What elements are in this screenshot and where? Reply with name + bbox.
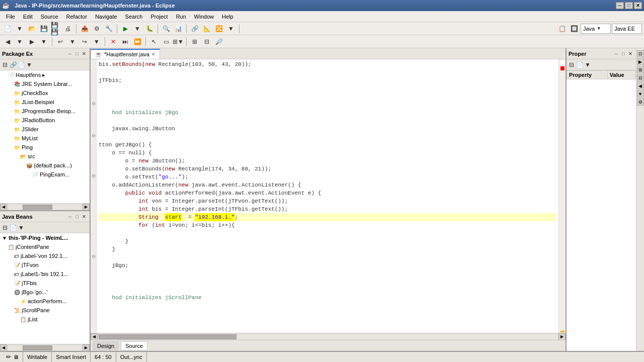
tab-source[interactable]: Source bbox=[121, 341, 147, 350]
zoom-button[interactable]: 🔎 bbox=[213, 36, 224, 47]
toolbar-end1[interactable]: 📋 bbox=[556, 23, 568, 34]
tree-item-jre[interactable]: 📚 JRE System Librar... bbox=[0, 79, 90, 88]
prop-btn3[interactable]: ▼ bbox=[584, 61, 592, 69]
scroll-right[interactable]: ▶ bbox=[83, 204, 90, 211]
pkg-scrollbar[interactable]: ◀ ▶ bbox=[0, 203, 90, 210]
pkg-new[interactable]: 📄 bbox=[17, 61, 25, 69]
run-button[interactable]: ▶ bbox=[120, 23, 131, 34]
pkg-close[interactable]: ✕ bbox=[80, 50, 88, 57]
new-dropdown[interactable]: ▼ bbox=[14, 23, 25, 34]
prop-btn1[interactable]: ⊟ bbox=[568, 61, 576, 69]
toolbar-end2[interactable]: 🔲 bbox=[569, 23, 580, 34]
maximize-button[interactable]: □ bbox=[625, 2, 633, 9]
tree-item-jlist[interactable]: 📁 JList-Beispiel bbox=[0, 98, 90, 107]
side-btn-5[interactable]: ◀ bbox=[637, 82, 644, 89]
scroll-right[interactable]: ▶ bbox=[558, 333, 566, 340]
tool2[interactable]: ⚙ bbox=[91, 23, 102, 34]
save-button[interactable]: 💾 bbox=[38, 23, 49, 34]
beans-root[interactable]: ▼ this-'IP-Ping - WeimL... bbox=[0, 233, 90, 242]
snap-button[interactable]: ⊞ bbox=[189, 36, 200, 47]
beans-jbgo[interactable]: 🔘 jBgo-'go...' bbox=[0, 288, 90, 297]
beans-maximize[interactable]: □ bbox=[73, 213, 80, 220]
step-button[interactable]: ⏭ bbox=[120, 36, 131, 47]
beans-btn2[interactable]: 📄 bbox=[9, 224, 17, 232]
menu-help[interactable]: Help bbox=[218, 13, 237, 21]
beans-actionperform[interactable]: ⚡ actionPerform... bbox=[0, 297, 90, 306]
tool6[interactable]: 🔗 bbox=[189, 23, 200, 34]
pkg-minimize[interactable]: ─ bbox=[66, 50, 73, 57]
side-btn-3[interactable]: ⊞ bbox=[637, 66, 644, 73]
prop-minimize[interactable]: ─ bbox=[613, 50, 620, 57]
close-button[interactable]: ✕ bbox=[634, 2, 642, 9]
prop-close[interactable]: ✕ bbox=[627, 50, 634, 57]
new-button[interactable]: 📄 bbox=[2, 23, 13, 34]
grid-button[interactable]: ⊟ bbox=[201, 36, 212, 47]
menu-search[interactable]: Search bbox=[121, 13, 147, 21]
beans-minimize[interactable]: ─ bbox=[66, 213, 73, 220]
tree-item-jslider[interactable]: 📁 JSlider bbox=[0, 125, 90, 134]
pkg-collapse[interactable]: ⊟ bbox=[1, 61, 9, 69]
beans-scrollpane[interactable]: 📜 jScrollPane bbox=[0, 306, 90, 315]
tool9[interactable]: ▼ bbox=[225, 23, 236, 34]
save-all-button[interactable]: 💾💾 bbox=[50, 23, 61, 34]
pkg-link[interactable]: 🔗 bbox=[9, 61, 17, 69]
scroll-track[interactable] bbox=[99, 334, 557, 339]
select-button[interactable]: ▭ bbox=[160, 36, 172, 47]
tab-close[interactable]: ✕ bbox=[151, 52, 155, 57]
tree-item-ping[interactable]: 📁 Ping bbox=[0, 143, 90, 152]
menu-file[interactable]: File bbox=[2, 13, 19, 21]
beans-btn1[interactable]: ⊟ bbox=[1, 224, 9, 232]
scroll-right[interactable]: ▶ bbox=[83, 344, 90, 351]
cursor-button[interactable]: ↖ bbox=[148, 36, 159, 47]
undo-button[interactable]: ↩ bbox=[55, 36, 66, 47]
tree-item-default-pkg[interactable]: 📦 (default pack...) bbox=[0, 161, 90, 170]
beans-jlabel1[interactable]: 🏷 jLabel1-'bis 192.1... bbox=[0, 269, 90, 279]
back-dropdown[interactable]: ▼ bbox=[14, 36, 25, 47]
tree-item-mylist[interactable]: 📁 MyList bbox=[0, 134, 90, 143]
menu-window[interactable]: Window bbox=[190, 13, 218, 21]
beans-close[interactable]: ✕ bbox=[80, 213, 88, 220]
scroll-left[interactable]: ◀ bbox=[0, 344, 7, 351]
beans-jtfvon[interactable]: 📝 jTFvon bbox=[0, 260, 90, 269]
tool5[interactable]: 📊 bbox=[173, 23, 184, 34]
minimize-button[interactable]: ─ bbox=[616, 2, 624, 9]
beans-scrollbar[interactable]: ◀ ▶ bbox=[0, 344, 90, 351]
redo-button[interactable]: ↪ bbox=[79, 36, 90, 47]
tree-item-checkbox[interactable]: 📁 jCheckBox bbox=[0, 88, 90, 98]
menu-edit[interactable]: Edit bbox=[19, 13, 37, 21]
tool7[interactable]: 📐 bbox=[201, 23, 212, 34]
tree-item-radiobutton[interactable]: 📁 JRadioButton bbox=[0, 116, 90, 125]
print-button[interactable]: 🖨 bbox=[62, 23, 73, 34]
side-btn-1[interactable]: ⊡ bbox=[637, 50, 644, 57]
tree-item-progressbar[interactable]: 📁 JProgressBar-Beisp... bbox=[0, 107, 90, 116]
pkg-menu[interactable]: ▼ bbox=[25, 61, 33, 69]
stop-button[interactable]: ✕ bbox=[108, 36, 119, 47]
tab-design[interactable]: Design bbox=[93, 341, 119, 350]
tool3[interactable]: 🔧 bbox=[103, 23, 114, 34]
step2-button[interactable]: ⏩ bbox=[132, 36, 143, 47]
tool4[interactable]: 🔍 bbox=[160, 23, 172, 34]
menu-project[interactable]: Project bbox=[146, 13, 172, 21]
open-button[interactable]: 📂 bbox=[26, 23, 37, 34]
scroll-track[interactable] bbox=[8, 205, 82, 210]
perspective-java[interactable]: Java▼ bbox=[581, 24, 611, 34]
debug-button[interactable]: 🐛 bbox=[144, 23, 155, 34]
side-btn-6[interactable]: ▼ bbox=[637, 90, 644, 98]
menu-source[interactable]: Source bbox=[37, 13, 62, 21]
beans-jlist[interactable]: 📋 jList bbox=[0, 315, 90, 324]
editor-hscrollbar[interactable]: ◀ ▶ bbox=[91, 333, 566, 340]
beans-jlabel-von[interactable]: 🏷 jLabel-'von 192.1... bbox=[0, 251, 90, 260]
forward-dropdown[interactable]: ▼ bbox=[38, 36, 49, 47]
scroll-left[interactable]: ◀ bbox=[91, 333, 98, 340]
prop-btn2[interactable]: 📄 bbox=[576, 61, 584, 69]
forward-button[interactable]: ▶ bbox=[26, 36, 37, 47]
menu-refactor[interactable]: Refactor bbox=[62, 13, 92, 21]
redo-dropdown[interactable]: ▼ bbox=[91, 36, 102, 47]
publish-button[interactable]: 📤 bbox=[79, 23, 90, 34]
side-btn-4[interactable]: ⊟ bbox=[637, 74, 644, 81]
undo-dropdown[interactable]: ▼ bbox=[67, 36, 78, 47]
tool8[interactable]: 🔀 bbox=[213, 23, 224, 34]
menu-navigate[interactable]: Navigate bbox=[91, 13, 121, 21]
perspective-javaee[interactable]: Java EE bbox=[612, 24, 642, 34]
pkg-maximize[interactable]: □ bbox=[73, 50, 80, 57]
